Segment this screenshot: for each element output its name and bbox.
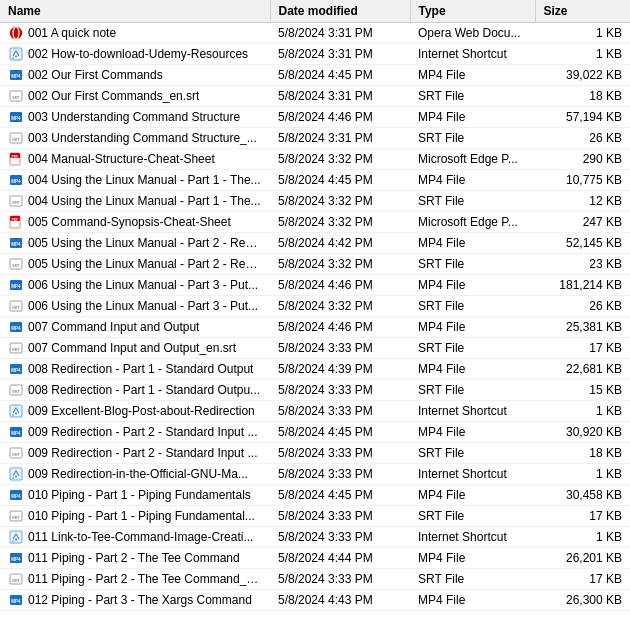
table-row[interactable]: MP4 010 Piping - Part 1 - Piping Fundame…	[0, 485, 630, 506]
srt-icon: SRT	[8, 256, 24, 272]
file-name: 002 Our First Commands_en.srt	[28, 89, 199, 103]
svg-text:PDF: PDF	[12, 218, 20, 222]
file-type: MP4 File	[410, 485, 535, 506]
table-row[interactable]: SRT 011 Piping - Part 2 - The Tee Comman…	[0, 569, 630, 590]
table-row[interactable]: 001 A quick note5/8/2024 3:31 PMOpera We…	[0, 23, 630, 44]
mp4-icon: MP4	[8, 277, 24, 293]
file-type: SRT File	[410, 380, 535, 401]
table-row[interactable]: MP4 006 Using the Linux Manual - Part 3 …	[0, 275, 630, 296]
file-date: 5/8/2024 4:42 PM	[270, 233, 410, 254]
pdf-icon: PDF	[8, 214, 24, 230]
file-name: 004 Using the Linux Manual - Part 1 - Th…	[28, 194, 261, 208]
file-name: 004 Using the Linux Manual - Part 1 - Th…	[28, 173, 261, 187]
file-size: 30,920 KB	[535, 422, 630, 443]
table-row[interactable]: PDF 005 Command-Synopsis-Cheat-Sheet5/8/…	[0, 212, 630, 233]
svg-point-0	[10, 27, 22, 39]
file-name: 009 Redirection-in-the-Official-GNU-Ma..…	[28, 467, 248, 481]
svg-text:MP4: MP4	[11, 326, 21, 331]
file-name: 008 Redirection - Part 1 - Standard Outp…	[28, 383, 260, 397]
file-size: 30,458 KB	[535, 485, 630, 506]
table-row[interactable]: 002 How-to-download-Udemy-Resources5/8/2…	[0, 44, 630, 65]
svg-text:SRT: SRT	[12, 95, 20, 100]
file-type: MP4 File	[410, 275, 535, 296]
table-row[interactable]: SRT 002 Our First Commands_en.srt5/8/202…	[0, 86, 630, 107]
file-size: 17 KB	[535, 338, 630, 359]
srt-icon: SRT	[8, 193, 24, 209]
table-row[interactable]: SRT 008 Redirection - Part 1 - Standard …	[0, 380, 630, 401]
file-size: 181,214 KB	[535, 275, 630, 296]
opera-icon	[8, 25, 24, 41]
file-name: 011 Piping - Part 2 - The Tee Command	[28, 551, 240, 565]
table-row[interactable]: MP4 009 Redirection - Part 2 - Standard …	[0, 422, 630, 443]
file-date: 5/8/2024 4:46 PM	[270, 317, 410, 338]
table-row[interactable]: SRT 010 Piping - Part 1 - Piping Fundame…	[0, 506, 630, 527]
table-row[interactable]: MP4 005 Using the Linux Manual - Part 2 …	[0, 233, 630, 254]
file-date: 5/8/2024 3:31 PM	[270, 44, 410, 65]
svg-rect-44	[10, 468, 22, 480]
table-row[interactable]: MP4 007 Command Input and Output5/8/2024…	[0, 317, 630, 338]
file-size: 1 KB	[535, 23, 630, 44]
col-header-name[interactable]: Name	[0, 0, 270, 23]
mp4-icon: MP4	[8, 109, 24, 125]
col-header-type[interactable]: Type	[410, 0, 535, 23]
file-date: 5/8/2024 3:31 PM	[270, 86, 410, 107]
file-type: MP4 File	[410, 548, 535, 569]
file-type: MP4 File	[410, 170, 535, 191]
table-row[interactable]: PDF 004 Manual-Structure-Cheat-Sheet5/8/…	[0, 149, 630, 170]
file-size: 1 KB	[535, 401, 630, 422]
table-row[interactable]: MP4 012 Piping - Part 3 - The Xargs Comm…	[0, 590, 630, 611]
table-row[interactable]: SRT 007 Command Input and Output_en.srt5…	[0, 338, 630, 359]
col-header-size[interactable]: Size	[535, 0, 630, 23]
shortcut-icon	[8, 466, 24, 482]
mp4-icon: MP4	[8, 487, 24, 503]
table-row[interactable]: SRT 005 Using the Linux Manual - Part 2 …	[0, 254, 630, 275]
file-name: 006 Using the Linux Manual - Part 3 - Pu…	[28, 299, 258, 313]
file-size: 26 KB	[535, 128, 630, 149]
svg-text:MP4: MP4	[11, 599, 21, 604]
file-name: 004 Manual-Structure-Cheat-Sheet	[28, 152, 215, 166]
file-type: MP4 File	[410, 590, 535, 611]
table-row[interactable]: 009 Excellent-Blog-Post-about-Redirectio…	[0, 401, 630, 422]
svg-text:SRT: SRT	[12, 305, 20, 310]
file-name: 009 Redirection - Part 2 - Standard Inpu…	[28, 446, 257, 460]
file-type: SRT File	[410, 338, 535, 359]
mp4-icon: MP4	[8, 319, 24, 335]
col-header-date[interactable]: Date modified	[270, 0, 410, 23]
file-date: 5/8/2024 3:32 PM	[270, 212, 410, 233]
file-size: 52,145 KB	[535, 233, 630, 254]
svg-text:SRT: SRT	[12, 389, 20, 394]
mp4-icon: MP4	[8, 592, 24, 608]
table-row[interactable]: SRT 009 Redirection - Part 2 - Standard …	[0, 443, 630, 464]
svg-text:SRT: SRT	[12, 347, 20, 352]
svg-text:MP4: MP4	[11, 431, 21, 436]
svg-text:MP4: MP4	[11, 74, 21, 79]
file-type: Microsoft Edge P...	[410, 149, 535, 170]
table-row[interactable]: MP4 008 Redirection - Part 1 - Standard …	[0, 359, 630, 380]
table-row[interactable]: SRT 006 Using the Linux Manual - Part 3 …	[0, 296, 630, 317]
file-size: 1 KB	[535, 464, 630, 485]
file-type: MP4 File	[410, 359, 535, 380]
file-date: 5/8/2024 3:32 PM	[270, 254, 410, 275]
file-type: Internet Shortcut	[410, 401, 535, 422]
file-size: 26,201 KB	[535, 548, 630, 569]
table-row[interactable]: 011 Link-to-Tee-Command-Image-Creati...5…	[0, 527, 630, 548]
file-type: SRT File	[410, 128, 535, 149]
svg-text:MP4: MP4	[11, 494, 21, 499]
srt-icon: SRT	[8, 130, 24, 146]
file-size: 26 KB	[535, 296, 630, 317]
file-date: 5/8/2024 3:32 PM	[270, 296, 410, 317]
file-size: 290 KB	[535, 149, 630, 170]
file-date: 5/8/2024 4:45 PM	[270, 485, 410, 506]
table-row[interactable]: SRT 003 Understanding Command Structure_…	[0, 128, 630, 149]
srt-icon: SRT	[8, 340, 24, 356]
table-row[interactable]: 009 Redirection-in-the-Official-GNU-Ma..…	[0, 464, 630, 485]
table-row[interactable]: SRT 004 Using the Linux Manual - Part 1 …	[0, 191, 630, 212]
table-row[interactable]: MP4 004 Using the Linux Manual - Part 1 …	[0, 170, 630, 191]
table-row[interactable]: MP4 011 Piping - Part 2 - The Tee Comman…	[0, 548, 630, 569]
file-type: SRT File	[410, 191, 535, 212]
file-name: 008 Redirection - Part 1 - Standard Outp…	[28, 362, 253, 376]
table-row[interactable]: MP4 003 Understanding Command Structure5…	[0, 107, 630, 128]
table-row[interactable]: MP4 002 Our First Commands5/8/2024 4:45 …	[0, 65, 630, 86]
file-type: MP4 File	[410, 233, 535, 254]
svg-text:SRT: SRT	[12, 515, 20, 520]
